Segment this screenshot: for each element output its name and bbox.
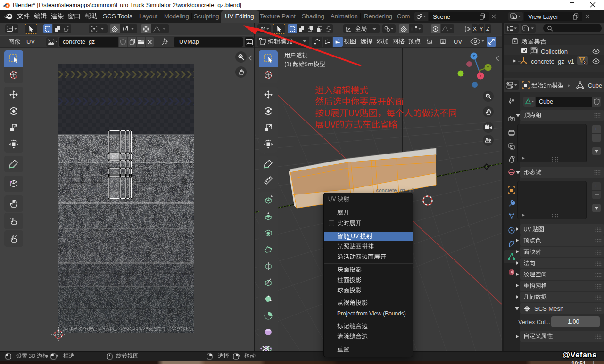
svg-text:Z: Z	[473, 54, 475, 58]
svg-text:Y: Y	[487, 65, 489, 70]
svg-text:X: X	[479, 74, 482, 78]
svg-text:6: 6	[583, 60, 585, 65]
